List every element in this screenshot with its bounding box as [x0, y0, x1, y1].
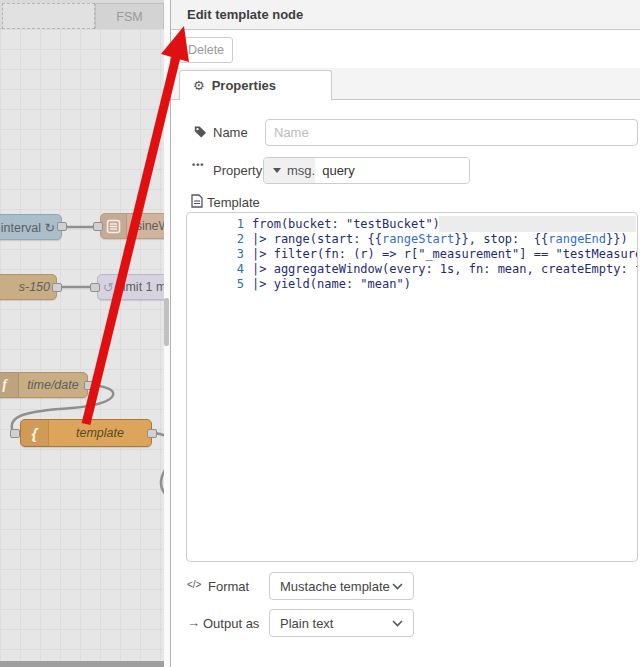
sinewave-icon	[101, 214, 127, 238]
node-label: interval ↻	[0, 220, 61, 235]
format-label: Format	[208, 579, 249, 594]
screen: interval ↻ sineW s-150 ↺ limit 1 ms	[0, 0, 640, 667]
node-limit[interactable]: ↺ limit 1 ms	[97, 274, 164, 300]
output-as-label: Output as	[203, 616, 259, 631]
arrow-right-icon: →	[187, 615, 200, 630]
tab-properties[interactable]: ⚙ Properties	[179, 70, 332, 100]
template-code-editor[interactable]: 12345 from(bucket: "testBucket")|> range…	[186, 212, 638, 562]
ellipsis-icon: •••	[192, 160, 204, 170]
workspace-tab-bar: FSM	[0, 0, 164, 29]
node-port[interactable]	[10, 429, 20, 438]
output-as-select-value: Plain text	[280, 616, 333, 631]
node-timedate[interactable]: f time/date	[0, 372, 88, 398]
template-brace-icon: {	[21, 420, 49, 446]
function-icon: f	[0, 373, 19, 397]
name-input[interactable]	[265, 119, 638, 146]
property-value-input[interactable]	[315, 158, 470, 183]
flow-canvas[interactable]: interval ↻ sineW s-150 ↺ limit 1 ms	[0, 0, 164, 667]
workspace-tab-ghost[interactable]	[2, 3, 95, 29]
tab-label: Properties	[212, 78, 276, 93]
chevron-down-icon	[392, 583, 403, 590]
msg-type-label: msg.	[287, 163, 315, 178]
delete-button[interactable]: Delete	[179, 37, 233, 63]
canvas-hscrollbar[interactable]	[0, 661, 164, 667]
node-label: limit 1 ms	[114, 280, 164, 294]
wires-layer	[0, 0, 164, 667]
chevron-down-icon	[392, 620, 403, 627]
node-label: time/date	[19, 378, 87, 392]
name-label: Name	[213, 125, 248, 140]
editor-gutter: 12345	[187, 217, 244, 292]
node-port[interactable]	[52, 283, 62, 292]
rate-limit-icon: ↺	[103, 280, 114, 295]
gear-icon: ⚙	[193, 78, 205, 93]
canvas-scrollbar-thumb[interactable]	[164, 298, 169, 346]
node-interval[interactable]: interval ↻	[0, 214, 62, 240]
property-label: Property	[213, 163, 262, 178]
node-label: sineW	[127, 219, 164, 233]
editor-code: from(bucket: "testBucket")|> range(start…	[252, 217, 637, 292]
property-typed-input: msg.	[263, 157, 470, 184]
format-select-value: Mustache template	[280, 579, 390, 594]
node-port[interactable]	[93, 222, 103, 231]
node-template[interactable]: { template	[20, 419, 152, 447]
tag-icon	[194, 124, 207, 142]
workspace-tab-fsm[interactable]: FSM	[95, 3, 164, 29]
edit-dialog: Edit template node Delete ⚙ Properties N…	[170, 0, 640, 667]
node-port[interactable]	[147, 429, 157, 438]
msg-type-button[interactable]: msg.	[264, 158, 315, 183]
format-select[interactable]: Mustache template	[269, 572, 414, 600]
dialog-title: Edit template node	[171, 0, 640, 30]
template-doc-icon	[191, 194, 203, 212]
node-label: s-150	[0, 280, 56, 294]
code-icon: </>	[187, 579, 201, 590]
caret-down-icon	[273, 168, 281, 173]
template-label: Template	[207, 195, 260, 210]
wire[interactable]	[154, 433, 164, 495]
node-port[interactable]	[57, 222, 67, 231]
node-sinewave[interactable]: sineW	[100, 213, 164, 239]
node-port[interactable]	[90, 283, 100, 292]
dialog-body: Name ••• Property msg. Template 12345	[171, 100, 640, 667]
node-port[interactable]	[84, 381, 94, 390]
output-as-select[interactable]: Plain text	[269, 609, 414, 637]
node-ms150[interactable]: s-150	[0, 274, 57, 300]
dialog-toolbar: Delete	[171, 30, 640, 68]
node-label: template	[49, 426, 151, 440]
